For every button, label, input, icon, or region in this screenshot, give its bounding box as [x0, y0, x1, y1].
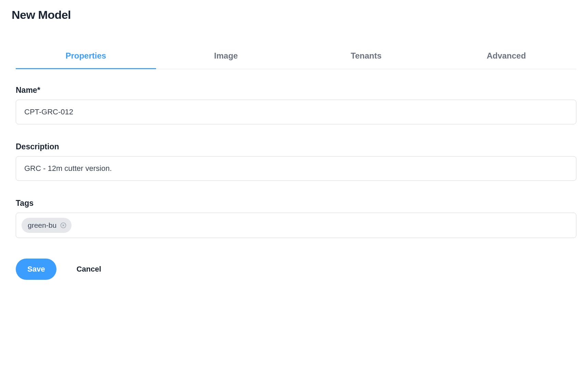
name-label: Name*	[16, 86, 576, 95]
tab-properties[interactable]: Properties	[16, 46, 156, 69]
field-description: Description	[16, 142, 576, 181]
form-section: Name* Description Tags green-bu	[16, 86, 576, 238]
tab-tenants[interactable]: Tenants	[296, 46, 436, 69]
name-input[interactable]	[16, 100, 576, 124]
field-tags: Tags green-bu	[16, 199, 576, 238]
description-label: Description	[16, 142, 576, 151]
cancel-button[interactable]: Cancel	[76, 265, 101, 274]
page-title: New Model	[12, 8, 576, 22]
tab-advanced[interactable]: Advanced	[436, 46, 577, 69]
tab-image[interactable]: Image	[156, 46, 296, 69]
description-input[interactable]	[16, 156, 576, 181]
tags-input[interactable]: green-bu	[16, 213, 576, 238]
tag-remove-icon[interactable]	[60, 222, 67, 229]
save-button[interactable]: Save	[16, 259, 56, 280]
tags-label: Tags	[16, 199, 576, 208]
field-name: Name*	[16, 86, 576, 124]
tag-text: green-bu	[28, 221, 56, 229]
tabs-bar: Properties Image Tenants Advanced	[16, 46, 576, 69]
form-actions: Save Cancel	[16, 259, 576, 280]
tag-chip: green-bu	[22, 218, 72, 233]
